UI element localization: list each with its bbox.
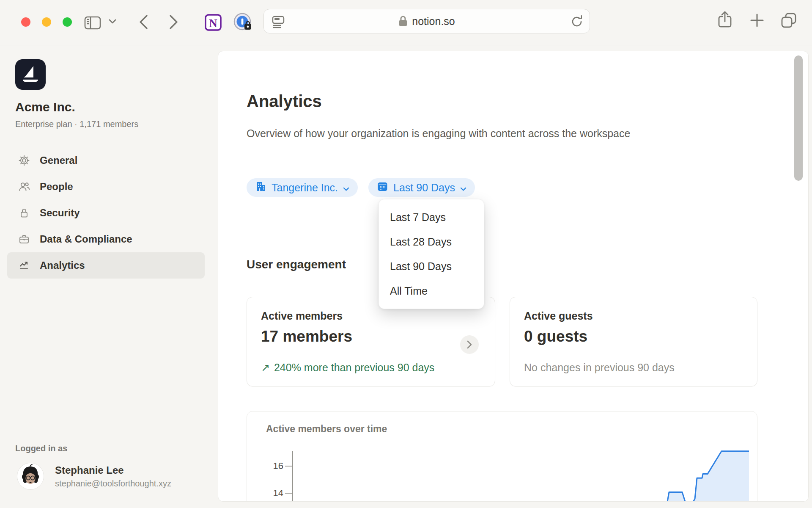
active-guests-card[interactable]: Active guests 0 guests No changes in pre… bbox=[510, 297, 757, 387]
chevron-right-icon bbox=[467, 340, 472, 349]
trend-icon bbox=[19, 260, 30, 271]
logged-in-as-label: Logged in as bbox=[15, 444, 67, 453]
onepassword-extension-icon[interactable] bbox=[233, 12, 253, 33]
tls-lock-icon bbox=[398, 15, 408, 27]
user-email: stephanie@toolsforthought.xyz bbox=[55, 479, 171, 489]
card-label: Active guests bbox=[524, 310, 593, 322]
chart-area bbox=[666, 451, 749, 502]
sidebar-item-people[interactable]: People bbox=[7, 174, 205, 200]
menu-item-last-90-days[interactable]: Last 90 Days bbox=[379, 254, 484, 279]
share-icon[interactable] bbox=[716, 10, 733, 29]
chevron-down-icon bbox=[460, 182, 466, 194]
current-user[interactable]: Stephanie Lee stephanie@toolsforthought.… bbox=[17, 463, 171, 490]
members-over-time-card: Active members over time 16 14 bbox=[247, 411, 757, 502]
date-range-label: Last 90 Days bbox=[393, 182, 455, 194]
y-axis-tick bbox=[285, 493, 293, 494]
menu-item-last-7-days[interactable]: Last 7 Days bbox=[379, 205, 484, 229]
forward-icon[interactable] bbox=[168, 14, 179, 30]
briefcase-icon bbox=[19, 234, 30, 245]
avatar bbox=[17, 463, 44, 490]
sidebar-item-label: Security bbox=[40, 207, 80, 219]
card-value: 0 guests bbox=[524, 328, 587, 345]
sidebar-item-security[interactable]: Security bbox=[7, 200, 205, 226]
sidebar-toggle-icon[interactable] bbox=[84, 14, 102, 31]
address-bar[interactable]: notion.so bbox=[263, 9, 590, 33]
tab-overview-icon[interactable] bbox=[780, 12, 797, 29]
page-title: Analytics bbox=[247, 92, 322, 111]
trend-up-icon: ↗ bbox=[261, 362, 270, 374]
back-icon[interactable] bbox=[138, 14, 149, 30]
close-window-button[interactable] bbox=[21, 17, 30, 27]
zoom-window-button[interactable] bbox=[63, 17, 72, 27]
range-dropdown-menu: Last 7 Days Last 28 Days Last 90 Days Al… bbox=[379, 199, 484, 309]
vertical-scrollbar-thumb[interactable] bbox=[794, 55, 803, 181]
menu-item-last-28-days[interactable]: Last 28 Days bbox=[379, 229, 484, 254]
minimize-window-button[interactable] bbox=[42, 17, 51, 27]
card-label: Active members bbox=[261, 310, 343, 322]
y-axis-tick-label: 16 bbox=[271, 461, 283, 472]
y-axis-tick bbox=[285, 466, 293, 467]
browser-chrome: N notion.so bbox=[0, 0, 812, 45]
calendar-icon bbox=[377, 181, 388, 195]
menu-item-all-time[interactable]: All Time bbox=[379, 279, 484, 303]
url-text: notion.so bbox=[412, 15, 455, 28]
org-name: Acme Inc. bbox=[15, 100, 75, 114]
chart-title: Active members over time bbox=[266, 423, 387, 435]
people-icon bbox=[19, 181, 30, 192]
active-members-card[interactable]: Active members 17 members ↗ 240% more th… bbox=[247, 297, 495, 387]
chevron-down-icon bbox=[343, 182, 349, 194]
building-icon bbox=[255, 181, 266, 195]
lock-icon bbox=[19, 207, 30, 218]
sidebar-item-analytics[interactable]: Analytics bbox=[7, 252, 205, 279]
card-delta: 240% more than previous 90 days bbox=[274, 362, 434, 374]
page-description: Overview of how your organization is eng… bbox=[247, 125, 640, 142]
chevron-down-icon[interactable] bbox=[108, 19, 117, 25]
sidebar-item-label: Analytics bbox=[40, 260, 85, 271]
y-axis-tick-label: 14 bbox=[271, 488, 283, 499]
sidebar-item-label: Data & Compliance bbox=[40, 233, 132, 245]
sidebar-item-label: General bbox=[40, 155, 77, 166]
org-meta: Enterprise plan · 1,171 members bbox=[15, 119, 138, 129]
section-title: User engagement bbox=[247, 258, 346, 271]
card-detail-button[interactable] bbox=[460, 335, 479, 354]
divider bbox=[247, 225, 757, 225]
sidebar-item-general[interactable]: General bbox=[7, 147, 205, 174]
gear-icon bbox=[19, 155, 30, 166]
settings-sidebar: Acme Inc. Enterprise plan · 1,171 member… bbox=[0, 46, 218, 508]
analytics-page: Analytics Overview of how your organizat… bbox=[218, 51, 809, 502]
notion-extension-icon[interactable]: N bbox=[204, 13, 222, 32]
user-name: Stephanie Lee bbox=[55, 464, 171, 476]
org-filter-label: Tangerine Inc. bbox=[272, 182, 338, 194]
card-value: 17 members bbox=[261, 328, 352, 345]
reload-icon[interactable] bbox=[570, 15, 584, 28]
new-tab-icon[interactable] bbox=[749, 13, 765, 28]
sidebar-item-label: People bbox=[40, 181, 73, 193]
org-filter-pill[interactable]: Tangerine Inc. bbox=[247, 178, 358, 197]
members-chart-svg bbox=[293, 450, 757, 502]
svg-text:N: N bbox=[209, 17, 217, 30]
date-range-pill[interactable]: Last 90 Days bbox=[368, 178, 475, 197]
sailboat-icon bbox=[20, 64, 41, 85]
sidebar-item-data-compliance[interactable]: Data & Compliance bbox=[7, 226, 205, 252]
sidebar-menu: General People Security bbox=[7, 147, 205, 279]
card-delta: No changes in previous 90 days bbox=[524, 362, 675, 374]
workspace-logo bbox=[15, 59, 46, 90]
